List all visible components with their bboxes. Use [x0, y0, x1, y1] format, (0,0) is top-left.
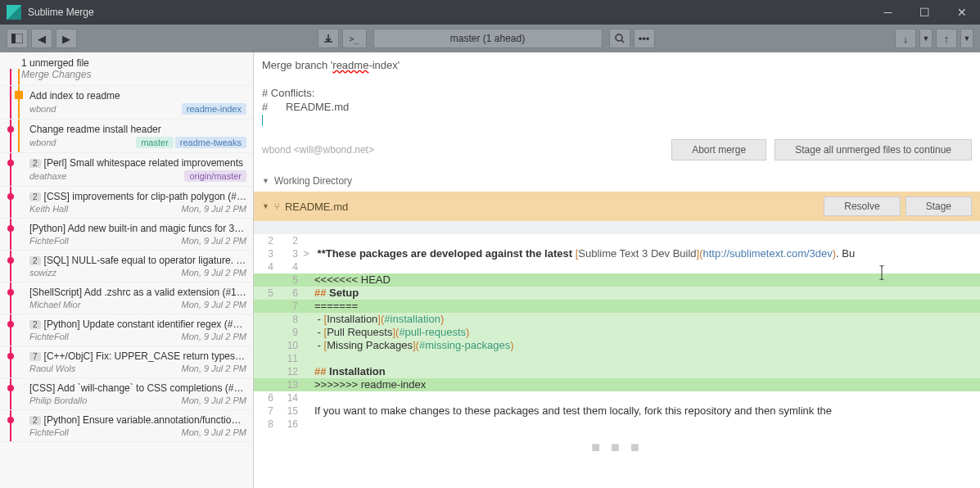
commit-author: Michael Mior: [29, 300, 80, 310]
titlebar: Sublime Merge ─ ☐ ✕: [0, 0, 980, 25]
search-button[interactable]: [609, 29, 630, 48]
commit-title: 7[C++/ObjC] Fix: UPPER_CASE return types…: [29, 350, 246, 362]
commit-row[interactable]: 7[C++/ObjC] Fix: UPPER_CASE return types…: [0, 346, 253, 378]
terminal-icon: >_: [349, 34, 359, 43]
commit-title: 2[Perl] Small whitespace related improve…: [29, 157, 246, 169]
branch-badge: origin/master: [184, 170, 246, 182]
msg-text-spell: readme: [332, 59, 368, 71]
section-title: Working Directory: [274, 175, 352, 187]
app-icon: [7, 5, 21, 20]
file-count-badge: 2: [29, 320, 41, 329]
commit-list[interactable]: 1 unmerged file Merge Changes Add index …: [0, 52, 254, 488]
commit-author: FichteFoll: [29, 427, 69, 437]
commit-author: FichteFoll: [29, 332, 69, 341]
commit-author: Philip Bordallo: [29, 395, 87, 405]
section-header[interactable]: ▼ Working Directory: [254, 170, 980, 192]
commit-row[interactable]: 2[Python] Update constant identifier reg…: [0, 314, 253, 346]
commit-row[interactable]: 2[Perl] Small whitespace related improve…: [0, 153, 253, 187]
commit-date: Mon, 9 Jul 2 PM: [182, 427, 246, 437]
branch-selector[interactable]: master (1 ahead): [373, 29, 603, 48]
commit-author: Keith Hall: [29, 204, 68, 214]
commit-title: [CSS] Add `will-change` to CSS completio…: [29, 382, 246, 394]
commit-row[interactable]: [CSS] Add `will-change` to CSS completio…: [0, 378, 253, 410]
diff-view[interactable]: 22 33> **These packages are developed ag…: [254, 221, 980, 431]
commit-row[interactable]: [Python] Add new built-in and magic func…: [0, 219, 253, 251]
file-count-badge: 2: [29, 256, 41, 265]
msg-conflicts: # Conflicts:: [262, 87, 972, 101]
panel-icon: [11, 34, 23, 43]
file-count-badge: 2: [29, 192, 41, 201]
chevron-down-icon: ▼: [262, 177, 269, 185]
main-panel: Merge branch 'readme-index' # Conflicts:…: [254, 52, 980, 488]
commit-title: [Python] Add new built-in and magic func…: [29, 223, 246, 234]
file-count-badge: 2: [29, 416, 41, 425]
unmerged-subtitle: Merge Changes: [21, 69, 245, 80]
commit-author: sowizz: [29, 268, 56, 278]
pull-button[interactable]: ↓: [895, 29, 916, 48]
more-button[interactable]: •••: [634, 29, 655, 48]
commit-title: 2[SQL] NULL-safe equal to operator ligat…: [29, 255, 246, 266]
commit-row[interactable]: 2[SQL] NULL-safe equal to operator ligat…: [0, 251, 253, 282]
commit-date: Mon, 9 Jul 2 PM: [182, 268, 246, 278]
resolve-button[interactable]: Resolve: [824, 197, 900, 216]
stage-all-button[interactable]: Stage all unmerged files to continue: [775, 139, 972, 160]
commit-date: Mon, 9 Jul 2 PM: [182, 236, 246, 246]
commit-row[interactable]: Change readme install headerwbondmasterr…: [0, 120, 253, 153]
commit-row[interactable]: Add index to readmewbondreadme-index: [0, 86, 253, 120]
app-title: Sublime Merge: [28, 7, 869, 18]
commit-author: deathaxe: [29, 171, 66, 181]
commit-author: wbond: [29, 104, 56, 114]
stash-icon: [324, 34, 332, 43]
pull-menu[interactable]: ▼: [919, 29, 933, 48]
branch-badge: master: [136, 137, 174, 148]
commit-title: 2[CSS] improvements for clip-path polygo…: [29, 191, 246, 202]
loading-indicator: ■ ■ ■: [254, 431, 980, 464]
merge-icon: ⑂: [274, 201, 280, 211]
commit-date: Mon, 9 Jul 2 PM: [182, 395, 246, 405]
commit-date: Mon, 9 Jul 2 PM: [182, 300, 246, 310]
commit-row[interactable]: 2[Python] Ensure variable.annotation/fun…: [0, 410, 253, 442]
nav-back-button[interactable]: ◀: [31, 29, 52, 48]
chevron-down-icon: ▼: [262, 202, 269, 210]
file-header[interactable]: ▼ ⑂ README.md Resolve Stage: [254, 192, 980, 221]
commit-author: FichteFoll: [29, 236, 69, 246]
push-menu[interactable]: ▼: [960, 29, 973, 48]
commit-row[interactable]: 2[CSS] improvements for clip-path polygo…: [0, 187, 253, 219]
msg-text: -index': [368, 59, 400, 71]
nav-forward-button[interactable]: ▶: [56, 29, 77, 48]
commit-author: Raoul Wols: [29, 364, 75, 373]
side-panel-toggle[interactable]: [7, 29, 28, 48]
stash-button[interactable]: [318, 29, 339, 48]
commit-title: [ShellScript] Add .zshrc as a valid exte…: [29, 287, 246, 298]
branch-badge: readme-index: [182, 103, 246, 115]
branch-badge: readme-tweaks: [175, 137, 246, 148]
window-controls: ─ ☐ ✕: [869, 0, 980, 25]
abort-merge-button[interactable]: Abort merge: [671, 139, 766, 160]
commit-date: Mon, 9 Jul 2 PM: [182, 332, 246, 341]
commit-date: Mon, 9 Jul 2 PM: [182, 204, 246, 214]
svg-point-2: [616, 34, 622, 41]
push-button[interactable]: ↑: [936, 29, 957, 48]
terminal-button[interactable]: >_: [342, 29, 367, 48]
file-name: README.md: [285, 201, 819, 213]
commit-row[interactable]: [ShellScript] Add .zshrc as a valid exte…: [0, 282, 253, 314]
msg-conflicts-file: # README.md: [262, 101, 972, 115]
stage-button[interactable]: Stage: [905, 197, 972, 216]
msg-text: Merge branch ': [262, 59, 332, 71]
close-button[interactable]: ✕: [943, 0, 980, 25]
maximize-button[interactable]: ☐: [906, 0, 943, 25]
svg-rect-1: [11, 34, 16, 43]
svg-line-3: [621, 40, 624, 43]
commit-message-editor[interactable]: Merge branch 'readme-index' # Conflicts:…: [254, 52, 980, 136]
commit-author-field[interactable]: wbond <will@wbond.net>: [262, 144, 663, 156]
commit-date: Mon, 9 Jul 2 PM: [182, 364, 246, 373]
minimize-button[interactable]: ─: [869, 0, 906, 25]
toolbar: ◀ ▶ >_ master (1 ahead) ••• ↓ ▼ ↑ ▼: [0, 25, 980, 52]
file-count-badge: 2: [29, 159, 41, 168]
commit-title: 2[Python] Update constant identifier reg…: [29, 319, 246, 330]
unmerged-title: 1 unmerged file: [21, 57, 245, 69]
unmerged-header[interactable]: 1 unmerged file Merge Changes: [0, 52, 253, 86]
commit-author: wbond: [29, 138, 56, 147]
commit-title: Add index to readme: [29, 90, 246, 102]
search-icon: [615, 34, 625, 43]
